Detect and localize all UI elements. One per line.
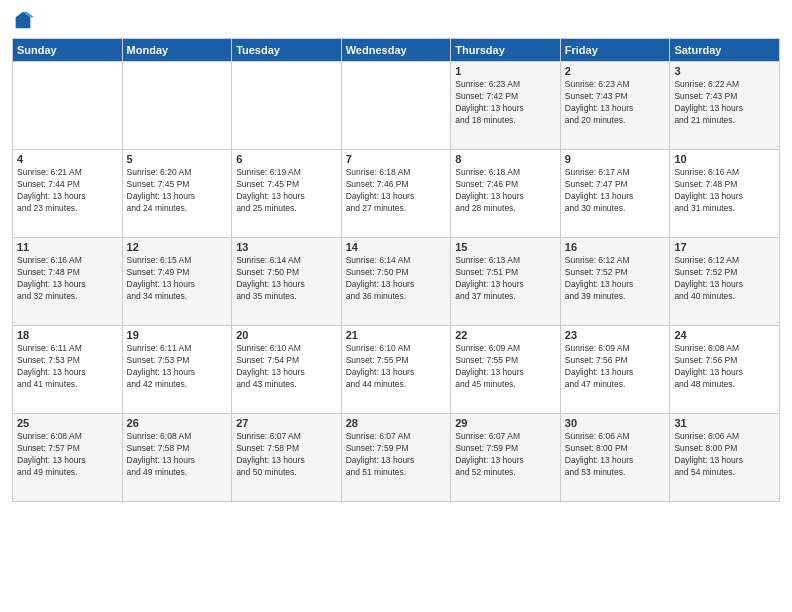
day-number: 23 (565, 329, 666, 341)
day-number: 15 (455, 241, 556, 253)
day-info: Sunrise: 6:08 AM Sunset: 7:57 PM Dayligh… (17, 431, 118, 479)
day-info: Sunrise: 6:18 AM Sunset: 7:46 PM Dayligh… (455, 167, 556, 215)
day-number: 28 (346, 417, 447, 429)
day-info: Sunrise: 6:16 AM Sunset: 7:48 PM Dayligh… (17, 255, 118, 303)
weekday-header: Sunday (13, 39, 123, 62)
day-number: 29 (455, 417, 556, 429)
calendar-cell: 21Sunrise: 6:10 AM Sunset: 7:55 PM Dayli… (341, 326, 451, 414)
day-info: Sunrise: 6:19 AM Sunset: 7:45 PM Dayligh… (236, 167, 337, 215)
day-info: Sunrise: 6:14 AM Sunset: 7:50 PM Dayligh… (346, 255, 447, 303)
day-number: 17 (674, 241, 775, 253)
day-info: Sunrise: 6:08 AM Sunset: 7:56 PM Dayligh… (674, 343, 775, 391)
day-info: Sunrise: 6:06 AM Sunset: 8:00 PM Dayligh… (565, 431, 666, 479)
day-info: Sunrise: 6:21 AM Sunset: 7:44 PM Dayligh… (17, 167, 118, 215)
day-info: Sunrise: 6:06 AM Sunset: 8:00 PM Dayligh… (674, 431, 775, 479)
weekday-header: Saturday (670, 39, 780, 62)
day-number: 3 (674, 65, 775, 77)
day-number: 1 (455, 65, 556, 77)
calendar-cell: 6Sunrise: 6:19 AM Sunset: 7:45 PM Daylig… (232, 150, 342, 238)
day-info: Sunrise: 6:10 AM Sunset: 7:54 PM Dayligh… (236, 343, 337, 391)
day-number: 31 (674, 417, 775, 429)
calendar-cell: 28Sunrise: 6:07 AM Sunset: 7:59 PM Dayli… (341, 414, 451, 502)
day-number: 27 (236, 417, 337, 429)
day-info: Sunrise: 6:23 AM Sunset: 7:42 PM Dayligh… (455, 79, 556, 127)
calendar-cell: 19Sunrise: 6:11 AM Sunset: 7:53 PM Dayli… (122, 326, 232, 414)
day-info: Sunrise: 6:07 AM Sunset: 7:59 PM Dayligh… (455, 431, 556, 479)
calendar-cell (122, 62, 232, 150)
day-number: 18 (17, 329, 118, 341)
calendar-week-row: 4Sunrise: 6:21 AM Sunset: 7:44 PM Daylig… (13, 150, 780, 238)
day-info: Sunrise: 6:11 AM Sunset: 7:53 PM Dayligh… (17, 343, 118, 391)
day-info: Sunrise: 6:18 AM Sunset: 7:46 PM Dayligh… (346, 167, 447, 215)
day-number: 5 (127, 153, 228, 165)
header (12, 10, 780, 32)
calendar-cell: 14Sunrise: 6:14 AM Sunset: 7:50 PM Dayli… (341, 238, 451, 326)
calendar-week-row: 18Sunrise: 6:11 AM Sunset: 7:53 PM Dayli… (13, 326, 780, 414)
weekday-header: Wednesday (341, 39, 451, 62)
day-number: 2 (565, 65, 666, 77)
logo (12, 10, 38, 32)
day-info: Sunrise: 6:07 AM Sunset: 7:59 PM Dayligh… (346, 431, 447, 479)
day-info: Sunrise: 6:22 AM Sunset: 7:43 PM Dayligh… (674, 79, 775, 127)
day-number: 20 (236, 329, 337, 341)
day-number: 21 (346, 329, 447, 341)
day-number: 13 (236, 241, 337, 253)
calendar-cell (341, 62, 451, 150)
day-number: 30 (565, 417, 666, 429)
day-number: 6 (236, 153, 337, 165)
weekday-header: Monday (122, 39, 232, 62)
day-info: Sunrise: 6:09 AM Sunset: 7:56 PM Dayligh… (565, 343, 666, 391)
day-info: Sunrise: 6:08 AM Sunset: 7:58 PM Dayligh… (127, 431, 228, 479)
calendar-cell: 8Sunrise: 6:18 AM Sunset: 7:46 PM Daylig… (451, 150, 561, 238)
day-number: 24 (674, 329, 775, 341)
calendar-cell: 9Sunrise: 6:17 AM Sunset: 7:47 PM Daylig… (560, 150, 670, 238)
day-number: 11 (17, 241, 118, 253)
day-number: 4 (17, 153, 118, 165)
calendar-cell: 12Sunrise: 6:15 AM Sunset: 7:49 PM Dayli… (122, 238, 232, 326)
calendar-cell: 31Sunrise: 6:06 AM Sunset: 8:00 PM Dayli… (670, 414, 780, 502)
day-number: 12 (127, 241, 228, 253)
calendar-cell: 29Sunrise: 6:07 AM Sunset: 7:59 PM Dayli… (451, 414, 561, 502)
day-info: Sunrise: 6:12 AM Sunset: 7:52 PM Dayligh… (674, 255, 775, 303)
calendar-cell: 26Sunrise: 6:08 AM Sunset: 7:58 PM Dayli… (122, 414, 232, 502)
calendar-cell (232, 62, 342, 150)
day-number: 25 (17, 417, 118, 429)
calendar-cell: 18Sunrise: 6:11 AM Sunset: 7:53 PM Dayli… (13, 326, 123, 414)
calendar-cell: 10Sunrise: 6:16 AM Sunset: 7:48 PM Dayli… (670, 150, 780, 238)
day-info: Sunrise: 6:23 AM Sunset: 7:43 PM Dayligh… (565, 79, 666, 127)
calendar-cell: 30Sunrise: 6:06 AM Sunset: 8:00 PM Dayli… (560, 414, 670, 502)
calendar-cell: 24Sunrise: 6:08 AM Sunset: 7:56 PM Dayli… (670, 326, 780, 414)
calendar-table: SundayMondayTuesdayWednesdayThursdayFrid… (12, 38, 780, 502)
day-number: 8 (455, 153, 556, 165)
day-number: 10 (674, 153, 775, 165)
calendar-cell: 7Sunrise: 6:18 AM Sunset: 7:46 PM Daylig… (341, 150, 451, 238)
calendar-cell: 2Sunrise: 6:23 AM Sunset: 7:43 PM Daylig… (560, 62, 670, 150)
calendar-cell: 13Sunrise: 6:14 AM Sunset: 7:50 PM Dayli… (232, 238, 342, 326)
day-number: 16 (565, 241, 666, 253)
calendar-cell: 11Sunrise: 6:16 AM Sunset: 7:48 PM Dayli… (13, 238, 123, 326)
page-container: SundayMondayTuesdayWednesdayThursdayFrid… (0, 0, 792, 612)
calendar-cell: 17Sunrise: 6:12 AM Sunset: 7:52 PM Dayli… (670, 238, 780, 326)
weekday-header: Thursday (451, 39, 561, 62)
calendar-cell: 1Sunrise: 6:23 AM Sunset: 7:42 PM Daylig… (451, 62, 561, 150)
day-number: 19 (127, 329, 228, 341)
calendar-cell: 27Sunrise: 6:07 AM Sunset: 7:58 PM Dayli… (232, 414, 342, 502)
day-number: 14 (346, 241, 447, 253)
calendar-cell: 20Sunrise: 6:10 AM Sunset: 7:54 PM Dayli… (232, 326, 342, 414)
day-number: 26 (127, 417, 228, 429)
calendar-week-row: 25Sunrise: 6:08 AM Sunset: 7:57 PM Dayli… (13, 414, 780, 502)
calendar-cell: 23Sunrise: 6:09 AM Sunset: 7:56 PM Dayli… (560, 326, 670, 414)
day-number: 9 (565, 153, 666, 165)
calendar-cell: 22Sunrise: 6:09 AM Sunset: 7:55 PM Dayli… (451, 326, 561, 414)
day-info: Sunrise: 6:13 AM Sunset: 7:51 PM Dayligh… (455, 255, 556, 303)
calendar-body: 1Sunrise: 6:23 AM Sunset: 7:42 PM Daylig… (13, 62, 780, 502)
calendar-week-row: 1Sunrise: 6:23 AM Sunset: 7:42 PM Daylig… (13, 62, 780, 150)
day-info: Sunrise: 6:09 AM Sunset: 7:55 PM Dayligh… (455, 343, 556, 391)
day-info: Sunrise: 6:15 AM Sunset: 7:49 PM Dayligh… (127, 255, 228, 303)
day-info: Sunrise: 6:20 AM Sunset: 7:45 PM Dayligh… (127, 167, 228, 215)
weekday-header: Tuesday (232, 39, 342, 62)
day-info: Sunrise: 6:16 AM Sunset: 7:48 PM Dayligh… (674, 167, 775, 215)
day-number: 22 (455, 329, 556, 341)
calendar-cell: 3Sunrise: 6:22 AM Sunset: 7:43 PM Daylig… (670, 62, 780, 150)
logo-icon (12, 10, 34, 32)
